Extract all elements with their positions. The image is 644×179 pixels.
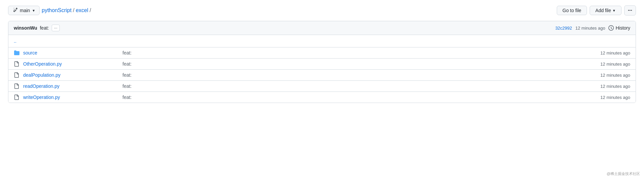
commit-sha-link[interactable]: 32c2992 <box>555 26 572 31</box>
folder-svg <box>14 50 20 56</box>
commit-info-left: winsonWu feat: ··· <box>14 25 60 31</box>
commit-info-right: 32c2992 12 minutes ago History <box>555 25 630 31</box>
toolbar-left: main ▼ pythonScript / excel / <box>8 6 91 15</box>
file-svg <box>14 83 19 89</box>
go-to-file-button[interactable]: Go to file <box>557 6 587 15</box>
file-svg <box>14 61 19 67</box>
table-row: dealPopulation.pyfeat:12 minutes ago <box>8 70 636 81</box>
more-options-button[interactable]: ··· <box>624 5 636 15</box>
table-row: OtherOperation.pyfeat:12 minutes ago <box>8 59 636 70</box>
commit-time: 12 minutes ago <box>576 26 605 31</box>
file-rows-container: sourcefeat:12 minutes agoOtherOperation.… <box>8 47 636 103</box>
file-name-link[interactable]: OtherOperation.py <box>23 61 62 67</box>
add-file-button[interactable]: Add file ▼ <box>590 6 622 15</box>
file-svg <box>14 72 19 78</box>
commit-author: winsonWu <box>14 25 37 31</box>
file-commit-msg: feat: <box>117 83 577 89</box>
file-icon <box>14 83 23 89</box>
breadcrumb: pythonScript / excel / <box>42 7 91 13</box>
breadcrumb-pythonscript[interactable]: pythonScript <box>42 7 71 13</box>
git-branch-icon <box>12 8 18 13</box>
file-commit-msg: feat: <box>117 50 577 56</box>
file-name-link[interactable]: writeOperation.py <box>23 95 60 100</box>
file-icon <box>14 61 23 67</box>
history-link[interactable]: History <box>608 25 630 31</box>
file-time: 12 minutes ago <box>577 95 630 100</box>
file-time: 12 minutes ago <box>577 62 630 67</box>
branch-label: main <box>20 8 30 13</box>
table-row: writeOperation.pyfeat:12 minutes ago <box>8 92 636 103</box>
file-commit-msg: feat: <box>117 61 577 67</box>
breadcrumb-excel[interactable]: excel <box>76 7 88 13</box>
folder-icon <box>14 50 23 56</box>
clock-icon <box>608 25 614 31</box>
breadcrumb-sep-1: / <box>73 7 74 13</box>
file-icon <box>14 95 23 100</box>
add-file-chevron-icon: ▼ <box>612 9 616 12</box>
file-name-link[interactable]: readOperation.py <box>23 83 59 89</box>
file-commit-msg: feat: <box>117 72 577 78</box>
parent-dir-link[interactable]: .. <box>14 38 16 44</box>
commit-message: feat: <box>40 25 49 31</box>
file-commit-msg: feat: <box>117 95 577 100</box>
file-name-link[interactable]: dealPopulation.py <box>23 72 60 78</box>
history-label: History <box>615 25 630 31</box>
file-icon <box>14 72 23 78</box>
branch-chevron-icon: ▼ <box>32 9 35 12</box>
toolbar: main ▼ pythonScript / excel / Go to file… <box>8 5 636 15</box>
file-time: 12 minutes ago <box>577 50 630 56</box>
breadcrumb-sep-2: / <box>90 7 91 13</box>
file-table: winsonWu feat: ··· 32c2992 12 minutes ag… <box>8 21 636 103</box>
table-row: readOperation.pyfeat:12 minutes ago <box>8 81 636 92</box>
commit-dots-button[interactable]: ··· <box>52 25 60 31</box>
commit-info-row: winsonWu feat: ··· 32c2992 12 minutes ag… <box>8 21 636 35</box>
file-name-link[interactable]: source <box>23 50 37 56</box>
branch-button[interactable]: main ▼ <box>8 6 40 15</box>
file-svg <box>14 95 19 100</box>
toolbar-right: Go to file Add file ▼ ··· <box>557 5 636 15</box>
file-time: 12 minutes ago <box>577 84 630 89</box>
file-time: 12 minutes ago <box>577 73 630 78</box>
parent-dir-row: .. <box>8 35 636 47</box>
table-row: sourcefeat:12 minutes ago <box>8 47 636 59</box>
